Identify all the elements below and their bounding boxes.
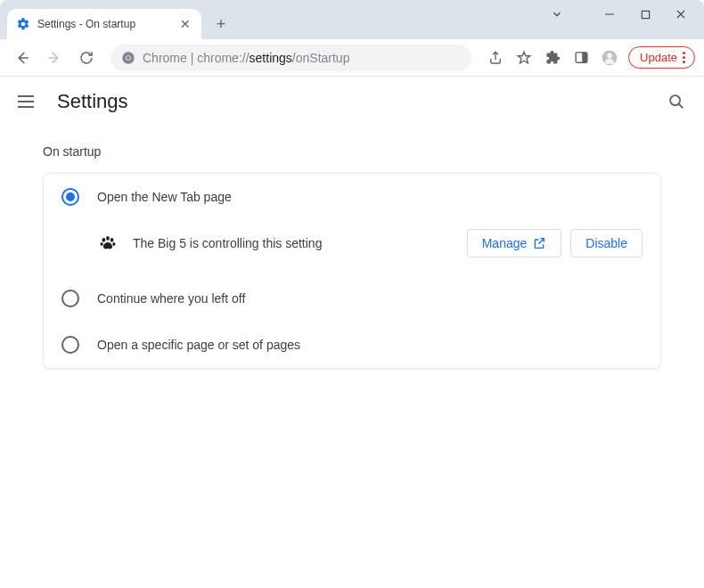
url-text: Chrome | chrome://settings/onStartup [143, 51, 349, 65]
option-new-tab[interactable]: Open the New Tab page [44, 174, 660, 220]
window-controls [592, 0, 699, 29]
open-external-icon [532, 236, 546, 250]
new-tab-button[interactable]: + [209, 12, 233, 37]
svg-point-8 [607, 53, 612, 58]
radio-selected[interactable] [61, 188, 79, 206]
address-bar[interactable]: Chrome | chrome://settings/onStartup [111, 45, 471, 71]
radio-unselected[interactable] [61, 290, 79, 307]
svg-point-4 [127, 56, 130, 60]
radio-unselected[interactable] [61, 336, 79, 354]
option-label: Open a specific page or set of pages [97, 338, 643, 352]
menu-dots-icon [683, 52, 685, 63]
paw-icon [97, 233, 119, 254]
maximize-button[interactable] [627, 2, 663, 27]
option-continue[interactable]: Continue where you left off [44, 275, 660, 322]
svg-point-12 [106, 236, 110, 241]
option-label: Continue where you left off [97, 291, 643, 306]
update-label: Update [640, 51, 677, 64]
svg-line-10 [679, 103, 684, 108]
bookmark-star-icon[interactable] [511, 45, 537, 71]
startup-card: Open the New Tab page The Big 5 is contr… [43, 173, 661, 369]
extension-actions: Manage Disable [467, 229, 643, 257]
forward-button[interactable] [41, 45, 68, 71]
settings-content: On startup Open the New Tab page The Big… [0, 127, 704, 387]
toolbar-right: Update [482, 45, 695, 71]
section-label: On startup [43, 144, 661, 159]
svg-point-15 [112, 242, 115, 246]
search-icon[interactable] [667, 92, 686, 111]
profile-avatar-icon[interactable] [596, 45, 623, 71]
svg-rect-6 [582, 53, 587, 62]
close-window-button[interactable] [663, 2, 699, 27]
manage-button[interactable]: Manage [467, 229, 562, 257]
hamburger-menu-icon[interactable] [18, 91, 39, 112]
update-button[interactable]: Update [628, 46, 695, 69]
gear-icon [16, 17, 30, 31]
browser-toolbar: Chrome | chrome://settings/onStartup Upd… [0, 39, 704, 77]
svg-point-11 [102, 238, 106, 242]
option-specific-pages[interactable]: Open a specific page or set of pages [44, 322, 660, 368]
tab-title: Settings - On startup [37, 18, 171, 30]
svg-rect-1 [642, 11, 649, 18]
side-panel-icon[interactable] [568, 45, 594, 71]
tab-search-chevron-icon[interactable] [544, 4, 570, 25]
chrome-logo-icon [121, 51, 135, 65]
page-title: Settings [57, 90, 649, 113]
svg-point-13 [111, 238, 114, 242]
extensions-puzzle-icon[interactable] [539, 45, 566, 71]
extension-notice-row: The Big 5 is controlling this setting Ma… [79, 220, 660, 275]
minimize-button[interactable] [592, 2, 627, 27]
svg-point-14 [101, 242, 103, 246]
window-titlebar: Settings - On startup ✕ + [0, 0, 704, 39]
disable-button[interactable]: Disable [570, 229, 643, 257]
option-label: Open the New Tab page [97, 190, 643, 204]
reload-button[interactable] [73, 45, 100, 71]
back-button[interactable] [9, 45, 36, 71]
settings-header: Settings [0, 77, 704, 127]
browser-tab[interactable]: Settings - On startup ✕ [7, 9, 201, 39]
svg-point-9 [670, 95, 680, 105]
close-tab-icon[interactable]: ✕ [178, 17, 192, 31]
extension-notice-text: The Big 5 is controlling this setting [133, 236, 453, 250]
share-icon[interactable] [482, 45, 509, 71]
